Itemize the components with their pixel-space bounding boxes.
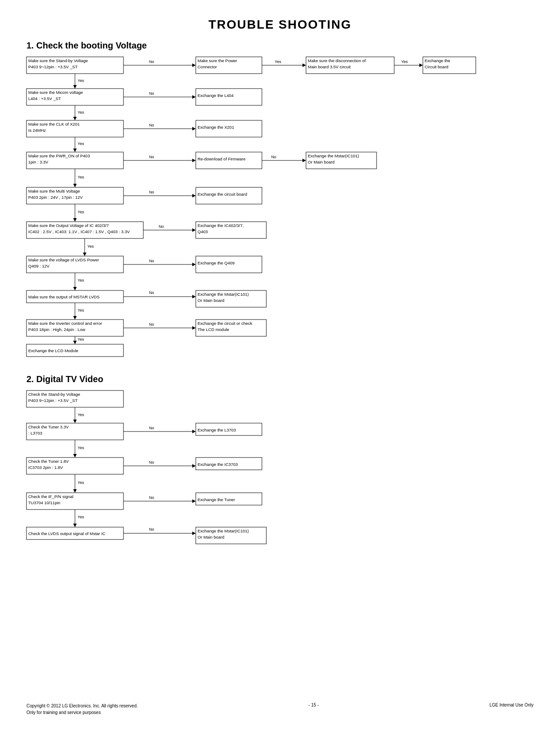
svg-rect-57 bbox=[306, 152, 377, 169]
svg-text:The LCD module: The LCD module bbox=[198, 327, 229, 332]
svg-marker-143 bbox=[192, 464, 196, 468]
svg-text:Yes: Yes bbox=[78, 175, 84, 179]
svg-text:Yes: Yes bbox=[78, 446, 84, 450]
svg-text:TU3704 10/11pin: TU3704 10/11pin bbox=[28, 500, 60, 505]
svg-marker-95 bbox=[73, 287, 77, 290]
svg-text:Exchange the: Exchange the bbox=[425, 58, 450, 63]
svg-text:No: No bbox=[149, 60, 154, 64]
svg-text:No: No bbox=[149, 495, 154, 500]
svg-text:Make sure the output of MSTAR : Make sure the output of MSTAR LVDS bbox=[28, 294, 100, 299]
svg-rect-102 bbox=[196, 290, 266, 307]
svg-marker-90 bbox=[192, 263, 196, 266]
svg-text:Exchange the L404: Exchange the L404 bbox=[198, 93, 234, 98]
svg-rect-46 bbox=[26, 152, 123, 169]
svg-rect-0 bbox=[26, 57, 123, 74]
svg-text:Yes: Yes bbox=[78, 337, 84, 342]
svg-text:No: No bbox=[149, 426, 154, 430]
svg-marker-112 bbox=[192, 326, 196, 330]
svg-text:P403 18pin : High, 24pin : Low: P403 18pin : High, 24pin : Low bbox=[28, 327, 86, 332]
svg-rect-63 bbox=[26, 187, 123, 204]
svg-marker-4 bbox=[192, 63, 196, 67]
svg-text:Main board 3.5V circuit: Main board 3.5V circuit bbox=[308, 64, 351, 69]
svg-text:Exchange the Mstar(IC101): Exchange the Mstar(IC101) bbox=[198, 528, 249, 533]
flowchart-2: Check the Stand-by Voltage P403 9~12pin … bbox=[26, 391, 534, 602]
svg-marker-132 bbox=[192, 430, 196, 433]
svg-text:Exchange the Q409: Exchange the Q409 bbox=[198, 260, 235, 265]
svg-text:Q409 : 12V: Q409 : 12V bbox=[28, 264, 50, 268]
svg-marker-164 bbox=[192, 532, 196, 535]
svg-marker-106 bbox=[73, 316, 77, 320]
svg-text:Yes: Yes bbox=[78, 141, 84, 146]
svg-marker-10 bbox=[302, 63, 306, 67]
svg-text:No: No bbox=[149, 259, 154, 263]
svg-text:No: No bbox=[149, 123, 154, 127]
svg-marker-78 bbox=[192, 228, 196, 232]
svg-rect-150 bbox=[26, 493, 123, 510]
svg-rect-18 bbox=[423, 57, 476, 74]
footer-right: LGE Internal Use Only bbox=[489, 703, 534, 716]
svg-text:Yes: Yes bbox=[78, 413, 84, 417]
svg-text:Exchange the IC402/3/7,: Exchange the IC402/3/7, bbox=[198, 223, 244, 228]
svg-text:Re-download of Firmware: Re-download of Firmware bbox=[198, 156, 246, 161]
footer: Copyright © 2012 LG Electronics. Inc. Al… bbox=[26, 703, 534, 716]
svg-text:Exchange the Mstar(IC101): Exchange the Mstar(IC101) bbox=[198, 292, 249, 297]
svg-rect-6 bbox=[196, 57, 262, 74]
svg-rect-24 bbox=[26, 89, 123, 105]
svg-marker-84 bbox=[83, 253, 86, 256]
svg-rect-114 bbox=[196, 320, 266, 336]
page-title: TROUBLE SHOOTING bbox=[26, 18, 534, 32]
svg-marker-154 bbox=[192, 499, 196, 503]
svg-text:Yes: Yes bbox=[87, 244, 94, 249]
svg-text:Exchange the Tuner: Exchange the Tuner bbox=[198, 497, 235, 502]
svg-text:Check the Tuner 3.3V: Check the Tuner 3.3V bbox=[28, 424, 69, 429]
svg-text:IC3703 2pin : 1.8V: IC3703 2pin : 1.8V bbox=[28, 465, 63, 470]
svg-text:Check the Stand-by Voltage: Check the Stand-by Voltage bbox=[28, 392, 80, 397]
svg-text:Exchange the X201: Exchange the X201 bbox=[198, 125, 234, 130]
svg-text:Make sure the disconnection of: Make sure the disconnection of bbox=[308, 58, 366, 63]
svg-text:P403 9~12pin : +3.5V _ST: P403 9~12pin : +3.5V _ST bbox=[28, 398, 78, 403]
svg-marker-100 bbox=[192, 295, 196, 298]
svg-rect-139 bbox=[26, 457, 123, 474]
svg-text:P403 9~12pin : +3.5V _ST: P403 9~12pin : +3.5V _ST bbox=[28, 64, 78, 69]
svg-text:Is 24MHz: Is 24MHz bbox=[28, 128, 46, 133]
svg-marker-33 bbox=[73, 117, 77, 120]
svg-text:Circuit board: Circuit board bbox=[425, 64, 448, 69]
svg-rect-108 bbox=[26, 320, 123, 336]
svg-text:Check the IF_P/N signal: Check the IF_P/N signal bbox=[28, 494, 73, 499]
svg-rect-52 bbox=[196, 152, 262, 169]
svg-marker-148 bbox=[73, 489, 77, 493]
svg-rect-74 bbox=[26, 222, 143, 238]
svg-text:Check the Tuner 1.8V: Check the Tuner 1.8V bbox=[28, 459, 69, 464]
svg-rect-128 bbox=[26, 423, 123, 440]
svg-rect-145 bbox=[196, 457, 262, 470]
svg-text:Yes: Yes bbox=[275, 60, 281, 64]
svg-text:Or Main board: Or Main board bbox=[198, 535, 224, 539]
svg-text:Make sure the Stand-by Voltage: Make sure the Stand-by Voltage bbox=[28, 58, 88, 63]
svg-marker-22 bbox=[73, 85, 77, 89]
footer-left: Copyright © 2012 LG Electronics. Inc. Al… bbox=[26, 703, 138, 716]
svg-text:Q403: Q403 bbox=[198, 229, 208, 234]
flowchart-2-svg: Check the Stand-by Voltage P403 9~12pin … bbox=[26, 391, 423, 602]
svg-marker-16 bbox=[419, 63, 423, 67]
svg-text:Exchange the LCD Module: Exchange the LCD Module bbox=[28, 348, 78, 353]
section-2: 2. Digital TV Video Check the Stand-by V… bbox=[26, 374, 534, 602]
svg-text:Exchange the circuit board: Exchange the circuit board bbox=[198, 192, 247, 197]
svg-text:Make sure the Multi Voltage: Make sure the Multi Voltage bbox=[28, 189, 80, 193]
svg-rect-120 bbox=[26, 344, 123, 357]
svg-text:Check the LVDS output signal o: Check the LVDS output signal of Mstar IC bbox=[28, 531, 105, 536]
svg-text:No: No bbox=[149, 190, 154, 194]
svg-text:No: No bbox=[149, 460, 154, 465]
section-1: 1. Check the booting Voltage Make sure t… bbox=[26, 41, 534, 357]
section1-heading: 1. Check the booting Voltage bbox=[26, 41, 534, 51]
svg-text:Yes: Yes bbox=[78, 480, 84, 485]
svg-text:Yes: Yes bbox=[78, 78, 84, 83]
svg-text:No: No bbox=[149, 155, 154, 159]
svg-marker-39 bbox=[192, 127, 196, 130]
section2-heading: 2. Digital TV Video bbox=[26, 374, 534, 384]
svg-marker-118 bbox=[73, 341, 77, 344]
svg-marker-137 bbox=[73, 454, 77, 457]
svg-rect-30 bbox=[196, 89, 262, 105]
svg-text:P403 2pin : 24V , 17pin : 12V: P403 2pin : 24V , 17pin : 12V bbox=[28, 195, 83, 200]
svg-text:No: No bbox=[149, 527, 154, 532]
svg-marker-44 bbox=[73, 149, 77, 152]
